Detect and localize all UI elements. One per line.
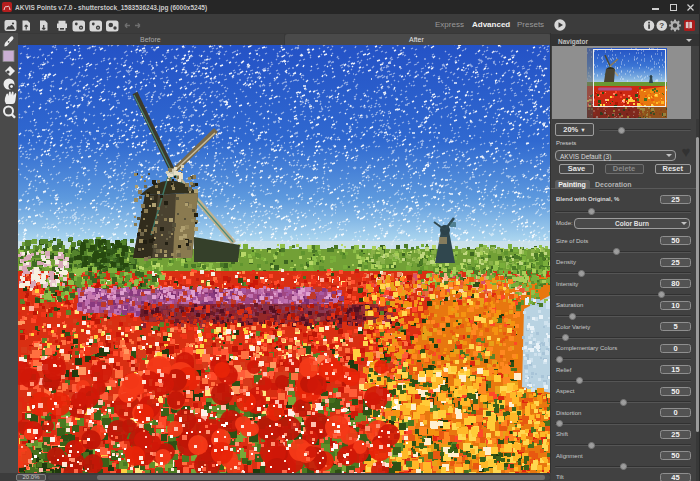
svg-text:?: ? xyxy=(659,21,664,30)
